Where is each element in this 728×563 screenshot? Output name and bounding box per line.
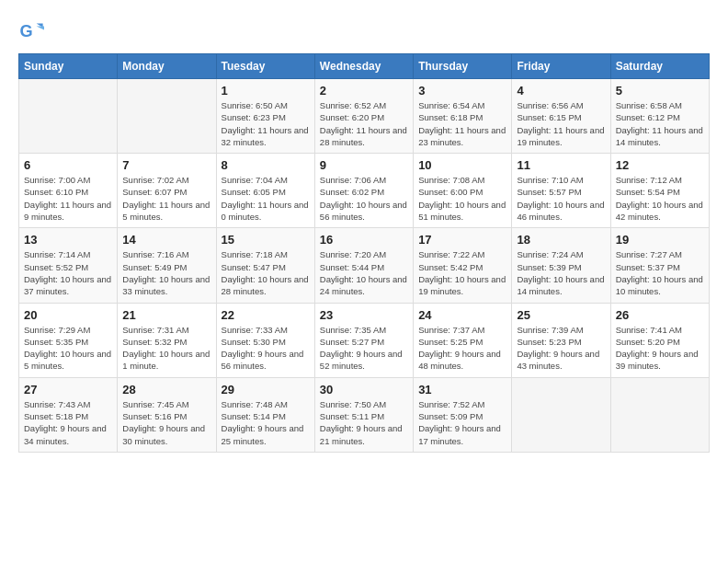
day-cell: 1Sunrise: 6:50 AM Sunset: 6:23 PM Daylig… bbox=[216, 79, 314, 154]
day-number: 18 bbox=[517, 233, 605, 247]
day-info: Sunrise: 7:24 AM Sunset: 5:39 PM Dayligh… bbox=[517, 248, 605, 297]
day-info: Sunrise: 7:16 AM Sunset: 5:49 PM Dayligh… bbox=[122, 248, 210, 297]
day-number: 10 bbox=[418, 158, 506, 172]
day-number: 15 bbox=[222, 233, 310, 247]
day-cell: 23Sunrise: 7:35 AM Sunset: 5:27 PM Dayli… bbox=[314, 303, 413, 377]
day-number: 9 bbox=[320, 158, 408, 172]
day-cell: 24Sunrise: 7:37 AM Sunset: 5:25 PM Dayli… bbox=[414, 303, 512, 377]
day-number: 28 bbox=[122, 383, 210, 396]
day-number: 13 bbox=[24, 233, 112, 247]
day-number: 23 bbox=[320, 308, 408, 322]
day-number: 5 bbox=[616, 84, 704, 98]
day-cell: 14Sunrise: 7:16 AM Sunset: 5:49 PM Dayli… bbox=[118, 228, 216, 303]
day-info: Sunrise: 7:35 AM Sunset: 5:27 PM Dayligh… bbox=[320, 324, 408, 373]
day-info: Sunrise: 6:50 AM Sunset: 6:23 PM Dayligh… bbox=[222, 99, 310, 148]
calendar-header-row: SundayMondayTuesdayWednesdayThursdayFrid… bbox=[19, 54, 710, 79]
day-cell: 11Sunrise: 7:10 AM Sunset: 5:57 PM Dayli… bbox=[512, 154, 610, 228]
day-info: Sunrise: 7:00 AM Sunset: 6:10 PM Dayligh… bbox=[24, 174, 112, 223]
day-cell: 21Sunrise: 7:31 AM Sunset: 5:32 PM Dayli… bbox=[118, 303, 216, 377]
day-cell: 27Sunrise: 7:43 AM Sunset: 5:18 PM Dayli… bbox=[19, 377, 118, 452]
day-cell: 6Sunrise: 7:00 AM Sunset: 6:10 PM Daylig… bbox=[19, 154, 118, 228]
logo-icon: G bbox=[18, 18, 44, 44]
day-header-tuesday: Tuesday bbox=[216, 54, 314, 79]
day-info: Sunrise: 7:29 AM Sunset: 5:35 PM Dayligh… bbox=[24, 324, 112, 373]
day-cell: 13Sunrise: 7:14 AM Sunset: 5:52 PM Dayli… bbox=[19, 228, 118, 303]
week-row-2: 6Sunrise: 7:00 AM Sunset: 6:10 PM Daylig… bbox=[19, 154, 710, 228]
day-cell: 16Sunrise: 7:20 AM Sunset: 5:44 PM Dayli… bbox=[314, 228, 413, 303]
day-number: 30 bbox=[320, 383, 408, 396]
day-info: Sunrise: 7:20 AM Sunset: 5:44 PM Dayligh… bbox=[320, 248, 408, 297]
svg-marker-2 bbox=[37, 26, 44, 29]
day-cell: 15Sunrise: 7:18 AM Sunset: 5:47 PM Dayli… bbox=[216, 228, 314, 303]
day-info: Sunrise: 7:41 AM Sunset: 5:20 PM Dayligh… bbox=[616, 324, 704, 373]
day-number: 12 bbox=[616, 158, 704, 172]
day-cell: 3Sunrise: 6:54 AM Sunset: 6:18 PM Daylig… bbox=[414, 79, 512, 154]
day-cell: 22Sunrise: 7:33 AM Sunset: 5:30 PM Dayli… bbox=[216, 303, 314, 377]
day-cell: 8Sunrise: 7:04 AM Sunset: 6:05 PM Daylig… bbox=[216, 154, 314, 228]
day-info: Sunrise: 7:02 AM Sunset: 6:07 PM Dayligh… bbox=[122, 174, 210, 223]
week-row-3: 13Sunrise: 7:14 AM Sunset: 5:52 PM Dayli… bbox=[19, 228, 710, 303]
day-info: Sunrise: 6:56 AM Sunset: 6:15 PM Dayligh… bbox=[517, 99, 605, 148]
day-cell: 18Sunrise: 7:24 AM Sunset: 5:39 PM Dayli… bbox=[512, 228, 610, 303]
week-row-4: 20Sunrise: 7:29 AM Sunset: 5:35 PM Dayli… bbox=[19, 303, 710, 377]
day-info: Sunrise: 6:58 AM Sunset: 6:12 PM Dayligh… bbox=[616, 99, 704, 148]
day-info: Sunrise: 7:12 AM Sunset: 5:54 PM Dayligh… bbox=[616, 174, 704, 223]
day-info: Sunrise: 7:45 AM Sunset: 5:16 PM Dayligh… bbox=[122, 398, 210, 447]
day-number: 14 bbox=[122, 233, 210, 247]
day-cell bbox=[512, 377, 610, 452]
day-cell: 25Sunrise: 7:39 AM Sunset: 5:23 PM Dayli… bbox=[512, 303, 610, 377]
day-number: 22 bbox=[222, 308, 310, 322]
day-header-wednesday: Wednesday bbox=[314, 54, 413, 79]
page-header: G bbox=[18, 18, 710, 44]
day-header-saturday: Saturday bbox=[610, 54, 709, 79]
day-cell: 29Sunrise: 7:48 AM Sunset: 5:14 PM Dayli… bbox=[216, 377, 314, 452]
day-cell: 17Sunrise: 7:22 AM Sunset: 5:42 PM Dayli… bbox=[414, 228, 512, 303]
day-header-friday: Friday bbox=[512, 54, 610, 79]
week-row-5: 27Sunrise: 7:43 AM Sunset: 5:18 PM Dayli… bbox=[19, 377, 710, 452]
day-info: Sunrise: 7:18 AM Sunset: 5:47 PM Dayligh… bbox=[222, 248, 310, 297]
day-number: 1 bbox=[222, 84, 310, 98]
day-cell: 31Sunrise: 7:52 AM Sunset: 5:09 PM Dayli… bbox=[414, 377, 512, 452]
day-info: Sunrise: 7:48 AM Sunset: 5:14 PM Dayligh… bbox=[222, 398, 310, 447]
day-number: 16 bbox=[320, 233, 408, 247]
day-info: Sunrise: 7:33 AM Sunset: 5:30 PM Dayligh… bbox=[222, 324, 310, 373]
day-header-sunday: Sunday bbox=[19, 54, 118, 79]
day-number: 29 bbox=[222, 383, 310, 396]
day-cell: 5Sunrise: 6:58 AM Sunset: 6:12 PM Daylig… bbox=[610, 79, 709, 154]
day-cell: 10Sunrise: 7:08 AM Sunset: 6:00 PM Dayli… bbox=[414, 154, 512, 228]
day-cell: 28Sunrise: 7:45 AM Sunset: 5:16 PM Dayli… bbox=[118, 377, 216, 452]
day-cell bbox=[19, 79, 118, 154]
day-cell: 26Sunrise: 7:41 AM Sunset: 5:20 PM Dayli… bbox=[610, 303, 709, 377]
day-info: Sunrise: 6:52 AM Sunset: 6:20 PM Dayligh… bbox=[320, 99, 408, 148]
day-info: Sunrise: 7:06 AM Sunset: 6:02 PM Dayligh… bbox=[320, 174, 408, 223]
day-cell bbox=[610, 377, 709, 452]
day-header-monday: Monday bbox=[118, 54, 216, 79]
day-number: 21 bbox=[122, 308, 210, 322]
day-number: 17 bbox=[418, 233, 506, 247]
day-cell: 9Sunrise: 7:06 AM Sunset: 6:02 PM Daylig… bbox=[314, 154, 413, 228]
day-header-thursday: Thursday bbox=[414, 54, 512, 79]
day-cell: 12Sunrise: 7:12 AM Sunset: 5:54 PM Dayli… bbox=[610, 154, 709, 228]
day-info: Sunrise: 7:10 AM Sunset: 5:57 PM Dayligh… bbox=[517, 174, 605, 223]
day-info: Sunrise: 7:52 AM Sunset: 5:09 PM Dayligh… bbox=[418, 398, 506, 447]
day-cell bbox=[118, 79, 216, 154]
day-cell: 19Sunrise: 7:27 AM Sunset: 5:37 PM Dayli… bbox=[610, 228, 709, 303]
day-info: Sunrise: 7:37 AM Sunset: 5:25 PM Dayligh… bbox=[418, 324, 506, 373]
day-info: Sunrise: 7:50 AM Sunset: 5:11 PM Dayligh… bbox=[320, 398, 408, 447]
day-info: Sunrise: 7:27 AM Sunset: 5:37 PM Dayligh… bbox=[616, 248, 704, 297]
day-info: Sunrise: 7:43 AM Sunset: 5:18 PM Dayligh… bbox=[24, 398, 112, 447]
day-number: 3 bbox=[418, 84, 506, 98]
day-number: 6 bbox=[24, 158, 112, 172]
day-number: 25 bbox=[517, 308, 605, 322]
day-number: 20 bbox=[24, 308, 112, 322]
day-number: 19 bbox=[616, 233, 704, 247]
day-number: 8 bbox=[222, 158, 310, 172]
day-number: 11 bbox=[517, 158, 605, 172]
day-cell: 2Sunrise: 6:52 AM Sunset: 6:20 PM Daylig… bbox=[314, 79, 413, 154]
day-number: 27 bbox=[24, 383, 112, 396]
week-row-1: 1Sunrise: 6:50 AM Sunset: 6:23 PM Daylig… bbox=[19, 79, 710, 154]
day-info: Sunrise: 7:31 AM Sunset: 5:32 PM Dayligh… bbox=[122, 324, 210, 373]
day-info: Sunrise: 7:14 AM Sunset: 5:52 PM Dayligh… bbox=[24, 248, 112, 297]
day-number: 31 bbox=[418, 383, 506, 396]
day-number: 2 bbox=[320, 84, 408, 98]
